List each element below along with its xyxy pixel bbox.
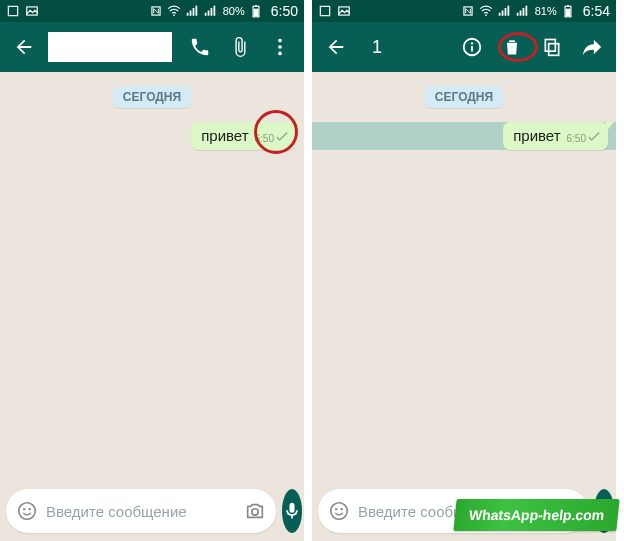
image-icon	[25, 4, 39, 18]
selection-app-bar: 1	[312, 22, 616, 72]
emoji-icon[interactable]	[16, 500, 38, 522]
back-button[interactable]	[318, 29, 354, 65]
chat-area: СЕГОДНЯ привет 6:50	[312, 72, 616, 541]
svg-rect-19	[567, 5, 569, 6]
message-time: 6:50	[255, 133, 274, 144]
date-chip: СЕГОДНЯ	[425, 86, 503, 108]
back-button[interactable]	[6, 29, 42, 65]
chat-app-bar	[0, 22, 304, 72]
delete-button[interactable]	[494, 29, 530, 65]
clock: 6:54	[583, 3, 610, 19]
signal1-icon	[185, 4, 199, 18]
message-input-container[interactable]	[6, 489, 276, 533]
sent-tick-icon	[588, 132, 600, 144]
wifi-icon	[479, 4, 493, 18]
message-text: привет	[201, 127, 248, 144]
image-icon	[337, 4, 351, 18]
svg-point-22	[471, 42, 473, 44]
svg-point-11	[23, 508, 25, 510]
message-row[interactable]: привет 6:50	[8, 122, 296, 150]
svg-rect-14	[320, 6, 329, 15]
wifi-icon	[167, 4, 181, 18]
info-button[interactable]	[454, 29, 490, 65]
attach-button[interactable]	[222, 29, 258, 65]
message-bubble: привет 6:50	[503, 122, 608, 150]
svg-point-12	[29, 508, 31, 510]
svg-point-27	[335, 508, 337, 510]
emoji-icon[interactable]	[328, 500, 350, 522]
message-text: привет	[513, 127, 560, 144]
battery-percent: 80%	[223, 5, 245, 17]
svg-point-26	[331, 503, 348, 520]
message-bubble: привет 6:50	[191, 122, 296, 150]
clock: 6:50	[271, 3, 298, 19]
svg-rect-24	[549, 44, 559, 56]
input-bar	[6, 489, 298, 533]
battery-percent: 81%	[535, 5, 557, 17]
nfc-icon	[461, 4, 475, 18]
svg-point-28	[341, 508, 343, 510]
message-row-selected[interactable]: привет 6:50	[312, 122, 616, 150]
svg-point-7	[278, 39, 282, 43]
message-time: 6:50	[567, 133, 586, 144]
svg-rect-23	[471, 46, 473, 52]
svg-rect-5	[255, 5, 257, 6]
sent-tick-icon	[276, 132, 288, 144]
screenshot-icon	[6, 4, 20, 18]
svg-point-3	[173, 14, 175, 16]
menu-button[interactable]	[262, 29, 298, 65]
battery-icon	[561, 4, 575, 18]
signal1-icon	[497, 4, 511, 18]
signal2-icon	[515, 4, 529, 18]
nfc-icon	[149, 4, 163, 18]
message-input[interactable]	[46, 503, 236, 520]
signal2-icon	[203, 4, 217, 18]
phone-screen-right: 81% 6:54 1 СЕГОДНЯ привет	[312, 0, 616, 541]
svg-point-10	[19, 503, 36, 520]
voice-button[interactable]	[282, 489, 302, 533]
phone-screen-left: 80% 6:50 СЕГОДНЯ привет 6:50	[0, 0, 304, 541]
screenshot-icon	[318, 4, 332, 18]
svg-point-17	[485, 14, 487, 16]
contact-name[interactable]	[48, 32, 172, 62]
battery-icon	[249, 4, 263, 18]
watermark: WhatsApp-help.com	[453, 499, 620, 531]
svg-point-9	[278, 52, 282, 56]
svg-rect-20	[565, 9, 570, 17]
date-chip: СЕГОДНЯ	[113, 86, 191, 108]
call-button[interactable]	[182, 29, 218, 65]
status-bar: 81% 6:54	[312, 0, 616, 22]
forward-button[interactable]	[574, 29, 610, 65]
svg-point-8	[278, 45, 282, 49]
svg-rect-25	[545, 40, 555, 52]
selection-count: 1	[372, 37, 382, 58]
copy-button[interactable]	[534, 29, 570, 65]
svg-rect-6	[253, 9, 258, 17]
chat-area: СЕГОДНЯ привет 6:50	[0, 72, 304, 541]
status-bar: 80% 6:50	[0, 0, 304, 22]
camera-icon[interactable]	[244, 500, 266, 522]
svg-rect-0	[8, 6, 17, 15]
svg-point-13	[252, 509, 258, 515]
